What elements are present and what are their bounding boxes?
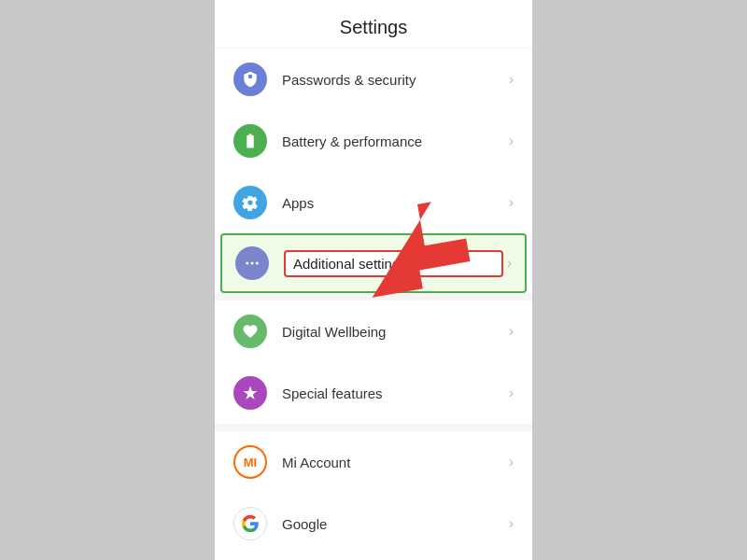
settings-list-3: MI Mi Account › Google › Accounts & syn — [215, 431, 532, 560]
settings-item-accounts-sync[interactable]: Accounts & sync › — [215, 554, 532, 560]
svg-point-0 — [246, 262, 248, 265]
divider-1 — [215, 293, 532, 301]
passwords-security-label: Passwords & security — [282, 72, 505, 88]
battery-icon — [233, 124, 267, 158]
mi-account-label: Mi Account — [282, 455, 505, 470]
passwords-security-icon — [233, 63, 267, 96]
divider-2 — [215, 424, 532, 431]
special-features-chevron: › — [509, 385, 514, 401]
battery-performance-chevron: › — [509, 133, 514, 149]
special-features-icon — [233, 376, 267, 410]
mi-account-chevron: › — [509, 454, 514, 470]
settings-list: Passwords & security › Battery & perform… — [215, 49, 532, 293]
apps-chevron: › — [509, 194, 514, 211]
passwords-security-chevron: › — [509, 71, 514, 88]
google-label: Google — [282, 516, 505, 532]
battery-performance-label: Battery & performance — [282, 133, 505, 149]
settings-item-special-features[interactable]: Special features › — [215, 362, 532, 424]
additional-settings-icon — [235, 246, 269, 280]
google-chevron: › — [509, 515, 514, 532]
digital-wellbeing-label: Digital Wellbeing — [282, 324, 505, 340]
settings-item-google[interactable]: Google › — [215, 493, 532, 554]
google-icon — [233, 507, 267, 540]
settings-item-digital-wellbeing[interactable]: Digital Wellbeing › — [215, 301, 532, 362]
svg-point-2 — [256, 262, 259, 265]
apps-label: Apps — [282, 195, 505, 211]
settings-item-battery-performance[interactable]: Battery & performance › — [215, 110, 532, 172]
mi-account-icon: MI — [233, 445, 267, 479]
phone-panel: Settings Passwords & security › Battery … — [215, 0, 532, 560]
settings-item-mi-account[interactable]: MI Mi Account › — [215, 431, 532, 493]
settings-item-passwords-security[interactable]: Passwords & security › — [215, 49, 532, 110]
settings-list-2: Digital Wellbeing › Special features › — [215, 301, 532, 424]
additional-settings-chevron: › — [507, 255, 512, 272]
special-features-label: Special features — [282, 385, 505, 401]
page-title: Settings — [215, 0, 532, 49]
digital-wellbeing-icon — [233, 315, 267, 348]
apps-icon — [233, 186, 267, 219]
settings-item-apps[interactable]: Apps › — [215, 172, 532, 233]
svg-point-1 — [251, 262, 254, 265]
settings-item-additional-settings[interactable]: Additional settings › — [220, 233, 527, 293]
digital-wellbeing-chevron: › — [509, 323, 514, 340]
additional-settings-label: Additional settings — [284, 250, 503, 277]
